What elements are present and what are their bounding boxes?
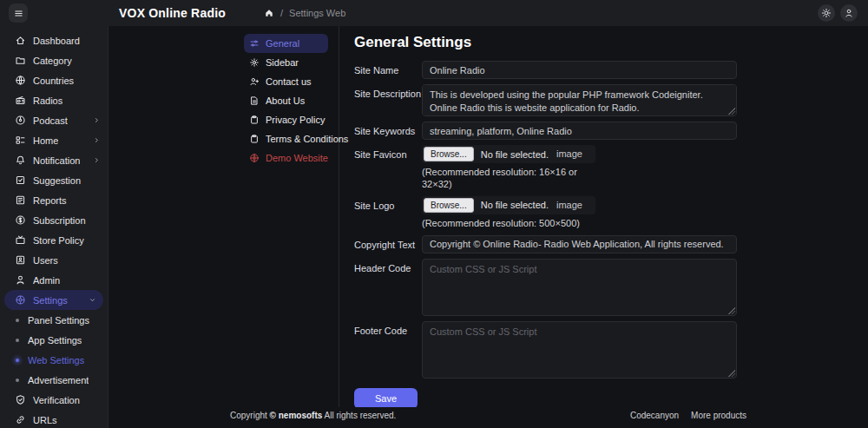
profile-button[interactable] xyxy=(840,4,858,22)
sidebar-item-label: Category xyxy=(33,56,72,66)
sidebar-item-store-policy[interactable]: Store Policy xyxy=(0,230,108,250)
sidebar-item-radios[interactable]: Radios xyxy=(0,90,108,110)
file-type-label: image xyxy=(556,148,582,159)
form-field-row-copyright-text: Copyright Text xyxy=(354,235,737,254)
theme-toggle-button[interactable] xyxy=(818,4,835,22)
settings-form: General Settings Site NameSite Descripti… xyxy=(339,26,749,407)
browse-button[interactable]: Browse... xyxy=(424,147,474,161)
person-icon xyxy=(15,274,26,286)
sidebar-item-subscription[interactable]: Subscription xyxy=(0,210,108,230)
person-plus-icon xyxy=(249,76,260,87)
settings-nav-privacy-policy[interactable]: Privacy Policy xyxy=(244,110,328,129)
file-text-icon xyxy=(249,95,260,106)
box-check-icon xyxy=(15,174,26,186)
report-icon xyxy=(15,194,26,206)
settings-nav-general[interactable]: General xyxy=(244,34,328,53)
browse-button[interactable]: Browse... xyxy=(424,198,474,213)
file-recommendation-note: (Recommended resolution: 16×16 or 32×32) xyxy=(422,167,580,191)
hamburger-icon xyxy=(13,8,24,19)
form-field-row-site-keywords: Site Keywords xyxy=(354,122,737,140)
settings-nav-terms-conditions[interactable]: Terms & Conditions xyxy=(244,129,328,148)
header-actions xyxy=(818,4,858,22)
app-title: VOX Online Radio xyxy=(119,6,226,20)
radio-icon xyxy=(15,95,26,106)
user-icon xyxy=(844,8,854,18)
settings-nav-contact-us[interactable]: Contact us xyxy=(244,72,328,91)
bullet-icon xyxy=(16,379,19,382)
sidebar-item-settings[interactable]: Settings xyxy=(4,290,103,310)
bullet-icon xyxy=(16,319,19,322)
clipboard-icon xyxy=(249,134,260,144)
sidebar-item-label: Dashboard xyxy=(33,36,80,46)
top-header: VOX Online Radio / Settings Web xyxy=(0,0,868,26)
sidebar-item-app-settings[interactable]: App Settings xyxy=(0,330,108,350)
form-fields: Site NameSite DescriptionThis is develop… xyxy=(354,61,737,379)
sidebar-item-label: Countries xyxy=(33,76,74,86)
chevron-right-icon xyxy=(93,136,101,144)
sidebar-menu: DashboardCategoryCountriesRadiosPodcastH… xyxy=(0,30,108,428)
settings-nav-label: Sidebar xyxy=(266,57,299,68)
sidebar-item-category[interactable]: Category xyxy=(0,50,108,70)
gear-circle-icon xyxy=(15,294,26,306)
settings-nav-about-us[interactable]: About Us xyxy=(244,91,328,110)
field-control xyxy=(422,259,737,316)
settings-nav-label: Contact us xyxy=(266,76,312,87)
sidebar-item-label: Store Policy xyxy=(33,235,84,246)
sidebar-item-label: Suggestion xyxy=(33,175,81,186)
sidebar-item-suggestion[interactable]: Suggestion xyxy=(0,170,108,190)
save-button[interactable]: Save xyxy=(354,388,418,407)
field-control xyxy=(422,61,737,79)
breadcrumb: / Settings Web xyxy=(264,8,345,18)
sidebar-item-label: Podcast xyxy=(33,115,68,126)
field-label: Site Keywords xyxy=(354,122,422,140)
sidebar-item-countries[interactable]: Countries xyxy=(0,70,108,90)
sidebar-item-advertisement[interactable]: Advertisement xyxy=(0,370,108,390)
hamburger-menu-button[interactable] xyxy=(9,3,28,23)
file-type-label: image xyxy=(556,200,582,210)
sidebar-item-users[interactable]: Users xyxy=(0,250,108,270)
sidebar-item-podcast[interactable]: Podcast xyxy=(0,110,108,130)
gear-icon xyxy=(249,57,260,68)
breadcrumb-page: Settings Web xyxy=(289,8,345,18)
sidebar: DashboardCategoryCountriesRadiosPodcastH… xyxy=(0,26,108,428)
sidebar-item-urls[interactable]: URLs xyxy=(0,410,108,428)
sidebar-item-reports[interactable]: Reports xyxy=(0,190,108,210)
footer-code-textarea[interactable] xyxy=(422,321,737,379)
sidebar-item-label: Panel Settings xyxy=(28,315,89,326)
bell-icon xyxy=(15,155,26,166)
clipboard-icon xyxy=(249,115,260,125)
settings-nav-label: About Us xyxy=(266,95,305,106)
sidebar-item-dashboard[interactable]: Dashboard xyxy=(0,30,108,50)
site-description-textarea[interactable]: This is developed using the popular PHP … xyxy=(422,84,737,116)
sliders-icon xyxy=(249,38,260,49)
form-field-row-site-logo: Site LogoBrowse...No file selected.image… xyxy=(354,196,737,230)
copyright-text-input[interactable] xyxy=(422,235,737,254)
sidebar-item-web-settings[interactable]: Web Settings xyxy=(0,350,108,370)
site-keywords-input[interactable] xyxy=(422,122,737,140)
globe-icon xyxy=(15,75,26,86)
sidebar-item-home[interactable]: Home xyxy=(0,130,108,150)
main-area: GeneralSidebarContact usAbout UsPrivacy … xyxy=(108,26,868,428)
form-field-row-site-description: Site DescriptionThis is developed using … xyxy=(354,84,737,116)
field-label: Site Logo xyxy=(354,196,422,230)
home-icon[interactable] xyxy=(264,8,274,18)
settings-nav-demo-website[interactable]: Demo Website xyxy=(244,148,328,168)
page-footer: Copyright © nemosofts All rights reserve… xyxy=(108,407,868,428)
sidebar-item-label: Verification xyxy=(33,395,80,405)
settings-nav-sidebar[interactable]: Sidebar xyxy=(244,53,328,72)
settings-nav-label: Terms & Conditions xyxy=(266,134,348,144)
sidebar-item-panel-settings[interactable]: Panel Settings xyxy=(0,310,108,330)
footer-link-more-products[interactable]: More products xyxy=(691,411,746,420)
folder-icon xyxy=(15,55,26,66)
sidebar-item-admin[interactable]: Admin xyxy=(0,270,108,290)
chevron-down-icon xyxy=(89,296,96,304)
sidebar-item-label: App Settings xyxy=(28,335,82,346)
header-code-textarea[interactable] xyxy=(422,259,737,316)
field-label: Site Favicon xyxy=(354,145,422,191)
file-recommendation-note: (Recommended resolution: 500×500) xyxy=(422,218,580,230)
site-name-input[interactable] xyxy=(422,61,737,79)
footer-link-codecanyon[interactable]: Codecanyon xyxy=(630,411,679,420)
form-field-row-site-name: Site Name xyxy=(354,61,737,79)
sidebar-item-verification[interactable]: Verification xyxy=(0,390,108,410)
sidebar-item-notification[interactable]: Notification xyxy=(0,150,108,170)
